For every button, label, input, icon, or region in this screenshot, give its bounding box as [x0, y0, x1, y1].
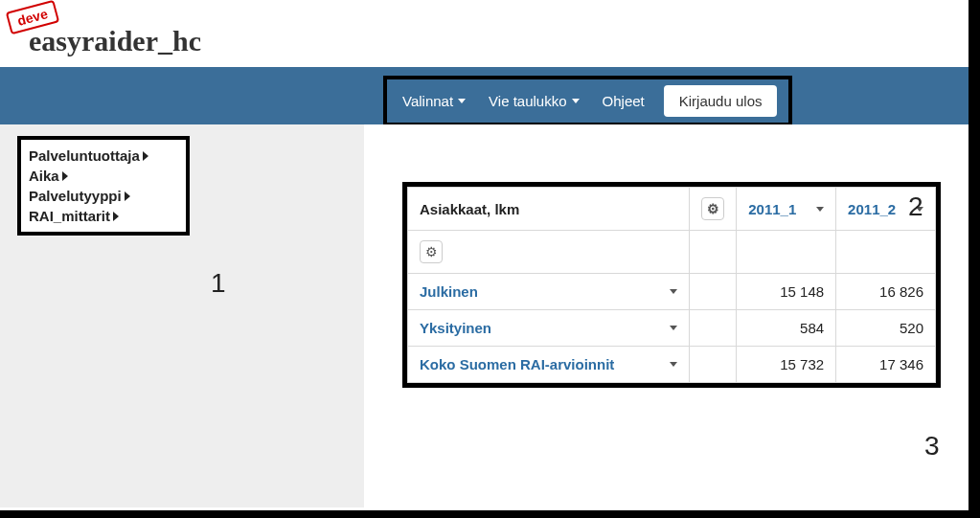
filter-label: RAI_mittarit [29, 208, 110, 224]
cell-value: 520 [836, 310, 936, 347]
logout-button[interactable]: Kirjaudu ulos [664, 85, 778, 117]
navbar: Valinnat Vie taulukko Ohjeet Kirjaudu ul… [0, 67, 980, 124]
nav-ohjeet[interactable]: Ohjeet [599, 89, 649, 113]
table-row: Julkinen 15 148 16 826 [408, 274, 936, 310]
cell-value: 15 732 [737, 347, 836, 383]
caret-down-icon [670, 289, 677, 294]
triangle-right-icon [125, 191, 130, 201]
nav-valinnat-label: Valinnat [402, 93, 453, 109]
row-label: Julkinen [420, 283, 478, 300]
nav-valinnat[interactable]: Valinnat [399, 89, 469, 113]
app-title: easyraider_hc [29, 25, 980, 57]
filter-aika[interactable]: Aika [29, 166, 178, 186]
caret-down-icon [458, 99, 466, 103]
gear-cell: ⚙ [690, 188, 737, 231]
row-header-koko-suomen[interactable]: Koko Suomen RAI-arvioinnit [408, 347, 690, 383]
main: Asiakkaat, lkm ⚙ 2011_1 2011_2 [364, 124, 969, 507]
gear-icon[interactable]: ⚙ [701, 197, 724, 220]
filter-rai-mittarit[interactable]: RAI_mittarit [29, 206, 178, 226]
annotation-2: 2 [908, 191, 923, 222]
cell-value: 15 148 [737, 274, 836, 310]
cell-value: 17 346 [836, 347, 936, 383]
sidebar: Palveluntuottaja Aika Palvelutyyppi RAI_… [0, 124, 364, 507]
gear-icon[interactable]: ⚙ [420, 240, 443, 263]
caret-down-icon [572, 99, 580, 103]
filter-box: Palveluntuottaja Aika Palvelutyyppi RAI_… [17, 136, 190, 236]
triangle-right-icon [62, 171, 68, 181]
metric-header: Asiakkaat, lkm [408, 188, 690, 231]
table-row: Yksityinen 584 520 [408, 310, 936, 347]
data-table-wrap: Asiakkaat, lkm ⚙ 2011_1 2011_2 [402, 182, 941, 388]
row-label: Yksityinen [420, 320, 491, 336]
filter-label: Aika [29, 168, 59, 184]
table-header-row: Asiakkaat, lkm ⚙ 2011_1 2011_2 [408, 188, 936, 231]
triangle-right-icon [143, 151, 148, 161]
annotation-1: 1 [211, 268, 226, 299]
table-row: Koko Suomen RAI-arvioinnit 15 732 17 346 [408, 347, 936, 383]
table-subheader-row: ⚙ [408, 231, 936, 274]
col-label: 2011_1 [748, 201, 796, 217]
col-header-2011-1[interactable]: 2011_1 [737, 188, 836, 231]
row-header-yksityinen[interactable]: Yksityinen [408, 310, 690, 347]
nav-group: Valinnat Vie taulukko Ohjeet Kirjaudu ul… [383, 76, 792, 126]
caret-down-icon [670, 362, 677, 367]
header: deve easyraider_hc [0, 0, 980, 67]
filter-label: Palvelutyyppi [29, 188, 122, 204]
nav-vie-label: Vie taulukko [489, 93, 566, 109]
cell-value: 16 826 [836, 274, 936, 310]
frame-bottom [0, 510, 980, 518]
filter-palveluntuottaja[interactable]: Palveluntuottaja [29, 146, 178, 166]
col-label: 2011_2 [848, 201, 896, 217]
nav-vie-taulukko[interactable]: Vie taulukko [485, 89, 582, 113]
triangle-right-icon [113, 212, 119, 221]
filter-label: Palveluntuottaja [29, 147, 140, 164]
frame-right [969, 0, 980, 518]
gear-cell: ⚙ [408, 231, 690, 274]
data-table: Asiakkaat, lkm ⚙ 2011_1 2011_2 [407, 187, 936, 383]
caret-down-icon [670, 326, 677, 330]
row-header-julkinen[interactable]: Julkinen [408, 274, 690, 310]
caret-down-icon [816, 207, 824, 212]
filter-palvelutyyppi[interactable]: Palvelutyyppi [29, 186, 178, 206]
row-label: Koko Suomen RAI-arvioinnit [420, 356, 614, 372]
cell-value: 584 [737, 310, 836, 347]
annotation-3: 3 [924, 431, 940, 462]
nav-ohjeet-label: Ohjeet [603, 93, 645, 109]
content: Palveluntuottaja Aika Palvelutyyppi RAI_… [0, 124, 969, 507]
